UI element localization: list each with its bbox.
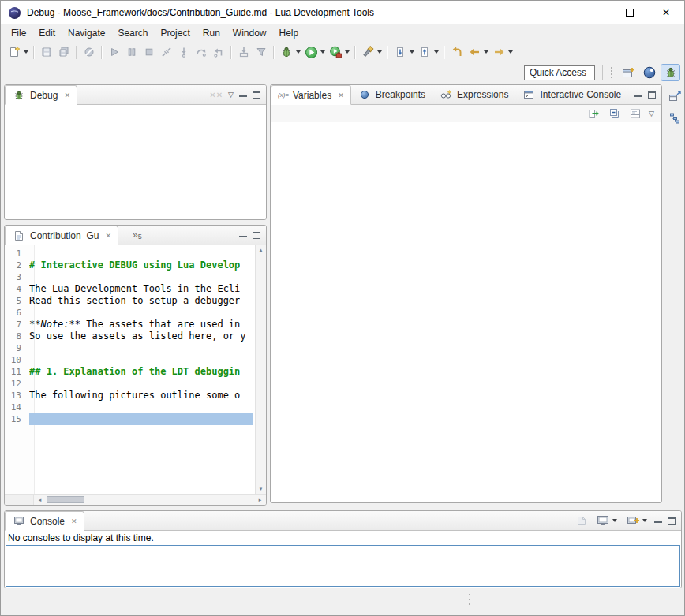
editor-line[interactable]: 11## 1. Explanation of the LDT debuggin: [5, 366, 255, 378]
scroll-left-icon[interactable]: ◄: [34, 495, 46, 505]
outline-view-button[interactable]: [667, 110, 683, 126]
editor-line[interactable]: 6: [5, 307, 255, 319]
show-detail-pane-icon[interactable]: [628, 106, 642, 121]
open-log-icon[interactable]: [575, 513, 589, 528]
tab-console[interactable]: Console ✕: [5, 511, 84, 531]
scrollbar-track[interactable]: [46, 495, 254, 505]
editor-line[interactable]: 7**Note:** The assets that are used in: [5, 319, 255, 330]
view-menu-icon[interactable]: ▽: [649, 110, 654, 118]
quick-access-input[interactable]: Quick Access: [524, 65, 595, 80]
resume-button[interactable]: [106, 43, 123, 61]
display-selected-console-button[interactable]: [594, 512, 619, 529]
tab-contribution-guide[interactable]: Contribution_Gu ✕: [5, 226, 118, 245]
editor-horizontal-scrollbar[interactable]: ◄ ►: [5, 494, 266, 505]
drop-to-frame-button[interactable]: [235, 43, 253, 61]
editor-line[interactable]: 15: [5, 413, 255, 425]
search-button[interactable]: [359, 43, 384, 61]
editor-line[interactable]: 14: [5, 401, 255, 413]
remove-all-terminated-icon[interactable]: ✕✕: [209, 91, 223, 99]
window-close-button[interactable]: ✕: [648, 1, 684, 24]
window-maximize-button[interactable]: [612, 1, 648, 24]
perspective-lua-button[interactable]: [639, 64, 659, 81]
minimize-view-icon[interactable]: [239, 92, 247, 97]
editor-line[interactable]: 13The following pictures outline some o: [5, 390, 255, 401]
line-number: 3: [5, 271, 29, 283]
back-button[interactable]: [466, 43, 490, 61]
open-console-button[interactable]: [624, 512, 649, 529]
close-icon[interactable]: ✕: [105, 232, 111, 240]
view-menu-icon[interactable]: ▽: [228, 91, 234, 99]
menu-run[interactable]: Run: [197, 26, 226, 40]
step-return-button[interactable]: [210, 43, 227, 61]
disconnect-button[interactable]: [158, 43, 175, 61]
editor-line[interactable]: 12: [5, 378, 255, 390]
skip-all-breakpoints-button[interactable]: [80, 43, 98, 61]
menu-edit[interactable]: Edit: [32, 26, 62, 40]
maximize-view-icon[interactable]: [648, 91, 656, 99]
editor-line[interactable]: 2# Interactive DEBUG using Lua Develop: [5, 259, 255, 271]
maximize-view-icon[interactable]: [253, 232, 260, 239]
editor-line[interactable]: 10: [5, 354, 255, 366]
tab-debug[interactable]: Debug ✕: [5, 85, 77, 105]
drag-handle[interactable]: [610, 66, 613, 79]
tab-expressions[interactable]: Expressions: [432, 85, 515, 104]
show-logical-structure-icon[interactable]: [587, 106, 601, 121]
last-edit-location-button[interactable]: [448, 43, 466, 61]
open-perspective-button[interactable]: [618, 64, 638, 81]
save-icon: [39, 45, 54, 59]
tab-variables[interactable]: (x)= Variables ✕: [271, 85, 351, 105]
minimize-view-icon[interactable]: [634, 92, 642, 97]
terminate-button[interactable]: [140, 43, 158, 61]
menu-help[interactable]: Help: [273, 26, 305, 40]
editor-line[interactable]: 1: [5, 248, 255, 259]
editor-line[interactable]: 8So use the assets as listed here, or y: [5, 330, 255, 342]
scroll-up-icon[interactable]: ▲: [259, 247, 264, 253]
collapse-all-icon[interactable]: [608, 106, 622, 121]
perspective-debug-button[interactable]: [661, 64, 680, 81]
step-into-button[interactable]: [175, 43, 193, 61]
minimize-view-icon[interactable]: [654, 518, 662, 523]
window-minimize-button[interactable]: [575, 1, 612, 24]
editor-line[interactable]: 3: [5, 271, 255, 283]
menu-navigate[interactable]: Navigate: [62, 26, 111, 40]
forward-button[interactable]: [490, 43, 515, 61]
scroll-right-icon[interactable]: ►: [254, 495, 266, 505]
external-tools-button[interactable]: [327, 43, 351, 61]
editor-line[interactable]: 4The Lua Development Tools in the Ecli: [5, 283, 255, 295]
editor-line[interactable]: 9: [5, 342, 255, 354]
close-icon[interactable]: ✕: [338, 91, 344, 99]
debug-view-content[interactable]: [5, 105, 266, 219]
console-text-area[interactable]: [6, 545, 680, 587]
suspend-button[interactable]: [123, 43, 140, 61]
tab-overflow-chevron[interactable]: » 5: [133, 226, 142, 245]
maximize-view-icon[interactable]: [253, 91, 260, 99]
maximize-view-icon[interactable]: [668, 517, 676, 525]
close-icon[interactable]: ✕: [71, 517, 77, 525]
editor-vertical-scrollbar[interactable]: ▲ ▼: [255, 245, 266, 494]
variables-view-content[interactable]: [271, 122, 661, 502]
restore-minimized-view-button[interactable]: [667, 88, 683, 104]
status-bar-drag-handle[interactable]: [469, 594, 470, 605]
scroll-down-icon[interactable]: ▼: [259, 486, 264, 492]
step-over-button[interactable]: [193, 43, 210, 61]
previous-annotation-button[interactable]: [416, 43, 440, 61]
scrollbar-thumb[interactable]: [47, 496, 84, 503]
editor-text-area[interactable]: 1 2# Interactive DEBUG using Lua Develop…: [5, 245, 255, 494]
debug-perspective-icon: [664, 65, 678, 80]
menu-project[interactable]: Project: [154, 26, 196, 40]
save-all-button[interactable]: [55, 43, 73, 61]
run-button[interactable]: [302, 43, 327, 61]
new-button[interactable]: [6, 43, 30, 61]
debug-button[interactable]: [278, 43, 302, 61]
tab-breakpoints[interactable]: Breakpoints: [351, 85, 432, 104]
save-button[interactable]: [38, 43, 55, 61]
minimize-view-icon[interactable]: [239, 233, 247, 237]
use-step-filters-button[interactable]: [253, 43, 270, 61]
menu-search[interactable]: Search: [111, 26, 154, 40]
next-annotation-button[interactable]: [391, 43, 416, 61]
editor-line[interactable]: 5Read this section to setup a debugger: [5, 295, 255, 307]
menu-file[interactable]: File: [5, 26, 32, 40]
menu-window[interactable]: Window: [226, 26, 273, 40]
tab-interactive-console[interactable]: Interactive Console: [515, 85, 627, 104]
close-icon[interactable]: ✕: [64, 91, 70, 99]
